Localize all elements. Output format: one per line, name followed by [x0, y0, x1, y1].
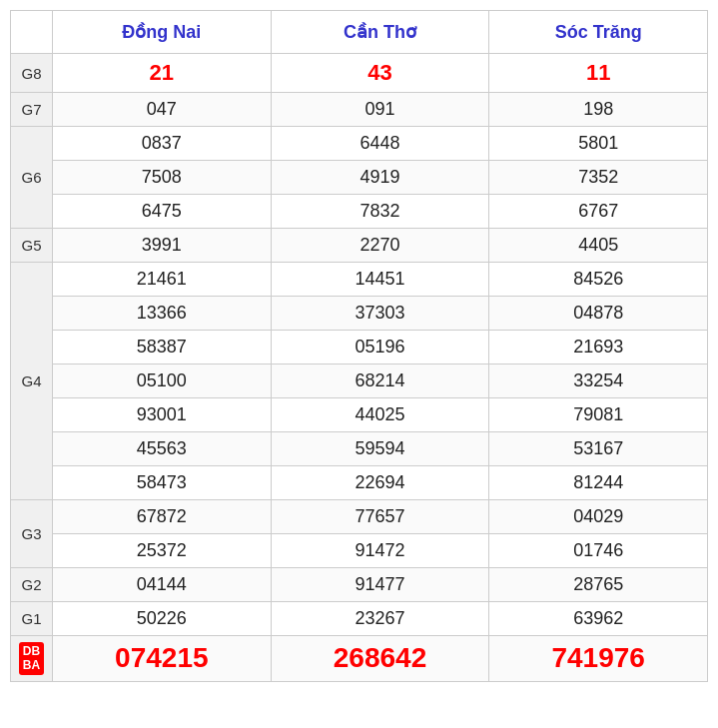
- g1-label: G1: [11, 602, 53, 636]
- g6-can-tho-1: 6448: [271, 127, 489, 161]
- table-row: 6475 7832 6767: [11, 195, 708, 229]
- empty-header: [11, 11, 53, 54]
- lottery-results-table: Đồng Nai Cần Thơ Sóc Trăng G8 21 43 11 G…: [10, 10, 708, 682]
- table-row: G7 047 091 198: [11, 93, 708, 127]
- g8-dong-nai: 21: [53, 54, 272, 93]
- table-row: G4 21461 14451 84526: [11, 263, 708, 297]
- col-header-dong-nai: Đồng Nai: [53, 11, 272, 54]
- g4-dong-nai-2: 13366: [53, 297, 272, 331]
- g4-soc-trang-3: 21693: [489, 331, 708, 364]
- g4-dong-nai-1: 21461: [53, 263, 272, 297]
- table-row: G3 67872 77657 04029: [11, 500, 708, 534]
- g1-dong-nai: 50226: [53, 602, 272, 636]
- g3-can-tho-1: 77657: [271, 500, 489, 534]
- col-header-can-tho: Cần Thơ: [271, 11, 489, 54]
- special-can-tho: 268642: [271, 636, 489, 682]
- g7-can-tho: 091: [271, 93, 489, 127]
- g4-soc-trang-7: 81244: [489, 466, 708, 500]
- g4-label: G4: [11, 263, 53, 500]
- g2-can-tho: 91477: [271, 568, 489, 602]
- g5-can-tho: 2270: [271, 229, 489, 263]
- table-row: G1 50226 23267 63962: [11, 602, 708, 636]
- g6-dong-nai-2: 7508: [53, 161, 272, 195]
- g6-dong-nai-1: 0837: [53, 127, 272, 161]
- g5-soc-trang: 4405: [489, 229, 708, 263]
- g3-can-tho-2: 91472: [271, 534, 489, 568]
- g5-label: G5: [11, 229, 53, 263]
- special-soc-trang: 741976: [489, 636, 708, 682]
- g5-dong-nai: 3991: [53, 229, 272, 263]
- g6-dong-nai-3: 6475: [53, 195, 272, 229]
- table-row: G8 21 43 11: [11, 54, 708, 93]
- g4-soc-trang-4: 33254: [489, 364, 708, 398]
- g3-soc-trang-1: 04029: [489, 500, 708, 534]
- table-row: 13366 37303 04878: [11, 297, 708, 331]
- g4-soc-trang-6: 53167: [489, 432, 708, 466]
- g4-can-tho-6: 59594: [271, 432, 489, 466]
- g4-can-tho-4: 68214: [271, 364, 489, 398]
- db-badge: DBBA: [19, 642, 44, 675]
- g6-soc-trang-2: 7352: [489, 161, 708, 195]
- g6-can-tho-2: 4919: [271, 161, 489, 195]
- special-row: DBBA 074215 268642 741976: [11, 636, 708, 682]
- table-row: 7508 4919 7352: [11, 161, 708, 195]
- g7-dong-nai: 047: [53, 93, 272, 127]
- table-row: 58387 05196 21693: [11, 331, 708, 364]
- g3-label: G3: [11, 500, 53, 568]
- g3-soc-trang-2: 01746: [489, 534, 708, 568]
- g1-soc-trang: 63962: [489, 602, 708, 636]
- g4-dong-nai-4: 05100: [53, 364, 272, 398]
- table-row: G5 3991 2270 4405: [11, 229, 708, 263]
- g4-soc-trang-2: 04878: [489, 297, 708, 331]
- g6-soc-trang-1: 5801: [489, 127, 708, 161]
- table-row: 45563 59594 53167: [11, 432, 708, 466]
- g7-soc-trang: 198: [489, 93, 708, 127]
- g3-dong-nai-1: 67872: [53, 500, 272, 534]
- table-row: 93001 44025 79081: [11, 398, 708, 432]
- g4-soc-trang-1: 84526: [489, 263, 708, 297]
- table-row: G6 0837 6448 5801: [11, 127, 708, 161]
- g2-soc-trang: 28765: [489, 568, 708, 602]
- g6-soc-trang-3: 6767: [489, 195, 708, 229]
- g7-label: G7: [11, 93, 53, 127]
- g3-dong-nai-2: 25372: [53, 534, 272, 568]
- g4-dong-nai-3: 58387: [53, 331, 272, 364]
- g4-can-tho-5: 44025: [271, 398, 489, 432]
- special-dong-nai: 074215: [53, 636, 272, 682]
- g6-label: G6: [11, 127, 53, 229]
- g4-dong-nai-5: 93001: [53, 398, 272, 432]
- g8-label: G8: [11, 54, 53, 93]
- g8-can-tho: 43: [271, 54, 489, 93]
- g4-dong-nai-7: 58473: [53, 466, 272, 500]
- g6-can-tho-3: 7832: [271, 195, 489, 229]
- g4-can-tho-3: 05196: [271, 331, 489, 364]
- g8-soc-trang: 11: [489, 54, 708, 93]
- g4-can-tho-2: 37303: [271, 297, 489, 331]
- g4-soc-trang-5: 79081: [489, 398, 708, 432]
- g2-dong-nai: 04144: [53, 568, 272, 602]
- g4-dong-nai-6: 45563: [53, 432, 272, 466]
- g1-can-tho: 23267: [271, 602, 489, 636]
- db-label: DBBA: [11, 636, 53, 682]
- g4-can-tho-7: 22694: [271, 466, 489, 500]
- table-row: 05100 68214 33254: [11, 364, 708, 398]
- table-row: 25372 91472 01746: [11, 534, 708, 568]
- table-row: 58473 22694 81244: [11, 466, 708, 500]
- g2-label: G2: [11, 568, 53, 602]
- table-row: G2 04144 91477 28765: [11, 568, 708, 602]
- g4-can-tho-1: 14451: [271, 263, 489, 297]
- col-header-soc-trang: Sóc Trăng: [489, 11, 708, 54]
